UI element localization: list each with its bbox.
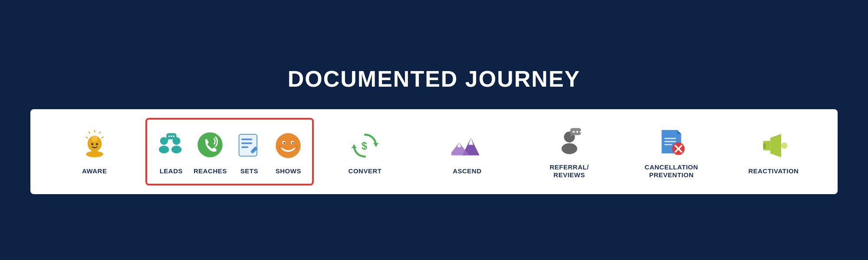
page-title: DOCUMENTED JOURNEY (288, 66, 581, 92)
ascend-icon (450, 128, 484, 163)
reaches-icon (193, 128, 227, 163)
step-referral[interactable]: ★★★ REFERRAL/ REVIEWS (518, 120, 620, 183)
referral-label: REFERRAL/ REVIEWS (549, 163, 589, 179)
ascend-label: ASCEND (453, 167, 481, 175)
step-reaches[interactable]: REACHES (191, 124, 230, 179)
svg-point-41 (562, 143, 577, 154)
step-leads[interactable]: LEADS (151, 124, 191, 179)
svg-point-53 (781, 143, 787, 149)
leads-icon (154, 128, 188, 163)
step-reactivation[interactable]: REACTIVATION (723, 124, 825, 179)
svg-line-7 (86, 137, 88, 138)
svg-point-9 (91, 143, 93, 145)
svg-rect-47 (664, 144, 672, 145)
sets-icon (232, 128, 266, 163)
svg-point-2 (86, 151, 103, 157)
svg-point-10 (96, 143, 98, 145)
svg-marker-52 (770, 134, 781, 157)
step-ascend[interactable]: ASCEND (416, 124, 518, 179)
svg-rect-46 (664, 141, 676, 142)
svg-point-32 (294, 146, 298, 150)
svg-marker-33 (373, 143, 379, 146)
svg-rect-25 (241, 146, 248, 148)
svg-rect-23 (241, 139, 252, 140)
cancellation-label: CANCELLATION PREVENTION (644, 163, 698, 179)
svg-rect-54 (763, 143, 766, 149)
aware-label: AWARE (82, 167, 107, 175)
svg-text:★★★: ★★★ (572, 130, 582, 134)
svg-point-14 (171, 146, 181, 153)
svg-rect-45 (664, 138, 676, 139)
svg-point-20 (198, 132, 223, 157)
svg-line-6 (102, 137, 103, 138)
svg-rect-22 (240, 135, 257, 156)
step-aware[interactable]: AWARE (43, 124, 145, 179)
red-group: LEADS REACHES (145, 118, 314, 185)
svg-point-30 (292, 142, 294, 144)
step-sets[interactable]: SETS (230, 124, 269, 179)
aware-icon (77, 128, 112, 163)
convert-icon: $ (348, 128, 382, 163)
svg-rect-24 (241, 143, 252, 144)
sets-label: SETS (240, 167, 258, 175)
referral-icon: ★★★ (552, 124, 587, 159)
svg-point-26 (276, 133, 301, 158)
svg-line-4 (99, 132, 100, 133)
cancellation-icon (654, 124, 689, 159)
svg-line-5 (89, 132, 90, 133)
svg-point-8 (91, 136, 97, 142)
svg-point-18 (171, 136, 172, 137)
svg-text:$: $ (362, 140, 367, 152)
svg-point-29 (284, 142, 286, 144)
step-convert[interactable]: $ CONVERT (314, 124, 416, 179)
reactivation-label: REACTIVATION (748, 167, 799, 175)
convert-label: CONVERT (349, 167, 382, 175)
svg-point-19 (173, 136, 175, 137)
svg-point-31 (279, 146, 283, 150)
reaches-label: REACHES (194, 167, 227, 175)
svg-marker-34 (351, 146, 357, 148)
shows-label: SHOWS (276, 167, 301, 175)
svg-point-17 (168, 136, 170, 137)
journey-container: AWARE (30, 109, 838, 194)
reactivation-icon (756, 128, 791, 163)
step-cancellation[interactable]: CANCELLATION PREVENTION (620, 120, 722, 183)
step-shows[interactable]: SHOWS (269, 124, 308, 179)
leads-label: LEADS (160, 167, 183, 175)
shows-icon (271, 128, 306, 163)
svg-point-12 (159, 146, 169, 153)
